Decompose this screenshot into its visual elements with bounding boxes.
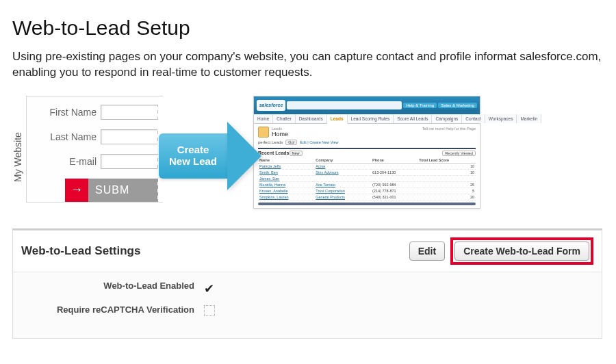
- sf-col-header: Name: [258, 157, 314, 164]
- intro-text: Using pre-existing pages on your company…: [12, 49, 615, 81]
- table-cell: General Products: [314, 194, 371, 200]
- table-cell: (720) 992-984: [371, 181, 418, 187]
- create-form-callout: Create Web-to-Lead Form: [450, 237, 593, 265]
- sf-tab: Lead Scoring Rules: [348, 114, 394, 123]
- sf-section-title: Recent Leads: [258, 151, 290, 155]
- salesforce-preview: salesforce Help & Training Sales & Marke…: [253, 96, 480, 209]
- table-cell: Trust Corporation: [314, 187, 371, 194]
- table-cell: Montilla, Hanna: [258, 181, 314, 187]
- sample-submit-button: SUBM: [88, 179, 158, 202]
- sf-help-note: Tell me more! Help for this Page: [422, 127, 476, 131]
- email-input: [101, 154, 158, 169]
- table-row: Patricia JeffsAcme10: [258, 163, 476, 169]
- table-cell: 10: [418, 163, 476, 169]
- table-cell: [418, 175, 476, 181]
- table-cell: 10: [418, 169, 476, 175]
- first-name-label: First Name: [50, 107, 97, 118]
- table-cell: [314, 175, 371, 181]
- sf-edit-view-link: Edit | Create New View: [300, 140, 338, 144]
- sf-top-pill-0: Help & Training: [403, 103, 437, 108]
- settings-title: Web-to-Lead Settings: [21, 244, 404, 258]
- sample-submit-bar: → SUBM: [65, 179, 158, 202]
- sf-go-button: Go!: [285, 140, 297, 145]
- sf-recently-viewed: Recently Viewed: [442, 151, 476, 156]
- page-title: Web-to-Lead Setup: [12, 16, 602, 40]
- table-row: Krusen, AnabelleTrust Corporation(214) 7…: [258, 187, 476, 194]
- web-to-lead-settings-panel: Web-to-Lead Settings Edit Create Web-to-…: [12, 231, 602, 339]
- sf-tab: Workspaces: [485, 114, 517, 123]
- sf-leads-table: NameCompanyPhoneTotal Lead Score Patrici…: [258, 157, 476, 200]
- create-lead-arrow: Create New Lead: [159, 122, 261, 190]
- table-cell: (540) 321-001: [371, 194, 418, 200]
- table-cell: 613-204-1130: [371, 169, 418, 175]
- last-name-label: Last Name: [50, 131, 97, 142]
- table-cell: 20: [418, 194, 476, 200]
- table-cell: [371, 163, 418, 169]
- enabled-label: Web-to-Lead Enabled: [13, 281, 204, 291]
- sf-bottom-rule: [258, 203, 476, 205]
- sf-tabs-row: HomeChatterDashboardsLeadsLead Scoring R…: [254, 114, 480, 124]
- recaptcha-label: Require reCAPTCHA Verification: [13, 304, 204, 315]
- sf-tab: Dashboards: [296, 114, 327, 123]
- table-row: James, Dan: [258, 175, 476, 181]
- sf-col-header: Company: [314, 157, 371, 164]
- sf-tab: Campaigns: [432, 114, 462, 123]
- illustration: My Website First Name Last Name E-mail →…: [12, 96, 602, 219]
- create-web-to-lead-form-button[interactable]: Create Web-to-Lead Form: [454, 242, 589, 261]
- my-website-label: My Website: [12, 116, 23, 198]
- arrow-right-icon: →: [65, 179, 88, 202]
- sf-new-button: New: [290, 151, 303, 156]
- arrow-head-icon: [227, 122, 261, 190]
- sf-tab: Chatter: [273, 114, 295, 123]
- table-cell: Acme: [314, 163, 371, 169]
- sf-tab: Leads: [327, 114, 348, 124]
- enabled-check-icon: ✔: [204, 282, 214, 296]
- edit-button[interactable]: Edit: [409, 242, 445, 261]
- table-cell: Smith, Ben: [258, 169, 314, 175]
- table-cell: Krusen, Anabelle: [258, 187, 314, 194]
- table-cell: Simpkins, Lauren: [258, 194, 314, 200]
- table-row: Smith, BenStrix Advisors613-204-113010: [258, 169, 476, 175]
- table-cell: James, Dan: [258, 175, 314, 181]
- salesforce-logo: salesforce: [257, 100, 285, 111]
- table-cell: (214) 778-871: [371, 187, 418, 194]
- sf-tab: Contact: [462, 114, 485, 123]
- sf-view-label: perfect Leads: [258, 140, 283, 144]
- table-cell: 5: [418, 187, 476, 194]
- table-cell: 25: [418, 181, 476, 187]
- sample-form-card: First Name Last Name E-mail → SUBM: [26, 96, 163, 203]
- table-cell: Ace Tomato: [314, 181, 371, 187]
- sf-top-pill-1: Sales & Marketing: [438, 103, 477, 108]
- sf-search-bar: [287, 101, 402, 109]
- table-cell: [371, 175, 418, 181]
- sf-tab: Score All Leads: [394, 114, 432, 123]
- sf-home-big: Home: [272, 131, 288, 138]
- first-name-input: [101, 105, 158, 120]
- sf-col-header: Total Lead Score: [418, 157, 476, 164]
- sf-tab: Marketin: [517, 114, 541, 123]
- last-name-input: [101, 129, 158, 144]
- arrow-text-2: New Lead: [169, 156, 217, 168]
- table-cell: Strix Advisors: [314, 169, 371, 175]
- table-row: Simpkins, LaurenGeneral Products(540) 32…: [258, 194, 476, 200]
- arrow-text-1: Create: [177, 144, 209, 156]
- email-label: E-mail: [69, 156, 97, 167]
- table-row: Montilla, HannaAce Tomato(720) 992-98425: [258, 181, 476, 187]
- sf-col-header: Phone: [371, 157, 418, 164]
- table-cell: Patricia Jeffs: [258, 163, 314, 169]
- recaptcha-unchecked-box: [204, 305, 215, 316]
